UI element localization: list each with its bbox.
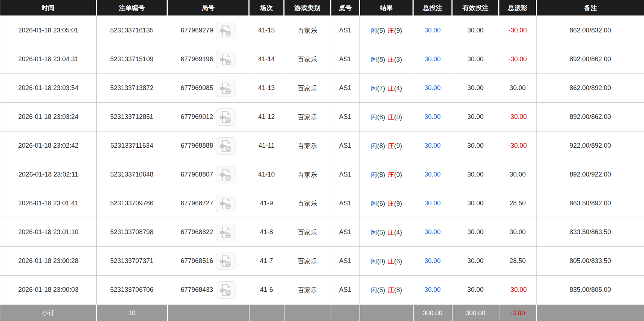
subtotal-empty-result bbox=[360, 304, 413, 321]
cell-table-no: AS1 bbox=[331, 218, 360, 247]
cell-game-no: 677969279 bbox=[167, 16, 249, 45]
video-replay-button[interactable] bbox=[216, 108, 235, 126]
game-no-value: 677968433 bbox=[181, 286, 213, 294]
table-row: 2026-01-18 23:01:10 523133708798 6779686… bbox=[0, 218, 644, 247]
video-replay-button[interactable] bbox=[216, 195, 235, 212]
result-player-label: 闲 bbox=[371, 27, 377, 34]
cell-result: 闲(5)庄(8) bbox=[360, 276, 413, 305]
result-player-points: (8) bbox=[377, 113, 385, 121]
video-replay-button[interactable] bbox=[216, 166, 235, 183]
subtotal-row: 小计 10 300.00 300.00 -3.00 bbox=[0, 304, 644, 321]
cell-total-bet: 30.00 bbox=[413, 218, 452, 247]
subtotal-empty-game-no bbox=[167, 304, 249, 321]
cell-table-no: AS1 bbox=[331, 74, 360, 103]
result-player-points: (8) bbox=[377, 171, 385, 178]
cell-game-no: 677969196 bbox=[167, 45, 249, 74]
cell-session: 41-9 bbox=[249, 189, 284, 218]
cell-result: 闲(8)庄(0) bbox=[360, 160, 413, 189]
result-banker-points: (0) bbox=[394, 171, 402, 178]
cell-valid-bet: 30.00 bbox=[452, 103, 499, 131]
cell-payout: -30.00 bbox=[499, 131, 537, 160]
video-replay-button[interactable] bbox=[216, 51, 235, 68]
cell-remark: 835.00/805.00 bbox=[537, 276, 644, 305]
result-banker-points: (0) bbox=[394, 113, 402, 121]
result-player-points: (8) bbox=[377, 142, 385, 150]
cell-remark: 892.00/862.00 bbox=[537, 103, 644, 131]
video-replay-button[interactable] bbox=[216, 137, 235, 155]
cell-bet-no: 523133710648 bbox=[97, 160, 167, 189]
video-replay-button[interactable] bbox=[216, 281, 235, 299]
video-file-icon bbox=[219, 24, 232, 37]
game-no-value: 677968622 bbox=[181, 228, 213, 236]
cell-bet-no: 523133712851 bbox=[97, 103, 167, 131]
cell-result: 闲(5)庄(4) bbox=[360, 218, 413, 247]
cell-session: 41-11 bbox=[249, 131, 284, 160]
video-replay-button[interactable] bbox=[216, 80, 235, 97]
result-player-label: 闲 bbox=[371, 171, 377, 178]
result-player-points: (5) bbox=[377, 229, 385, 236]
cell-game-type: 百家乐 bbox=[284, 74, 331, 103]
cell-result: 闲(7)庄(4) bbox=[360, 74, 413, 103]
result-banker-label: 庄 bbox=[388, 113, 394, 121]
video-file-icon bbox=[219, 197, 232, 210]
cell-total-bet: 30.00 bbox=[413, 276, 452, 305]
video-replay-button[interactable] bbox=[216, 224, 235, 241]
cell-remark: 892.00/862.00 bbox=[537, 45, 644, 74]
cell-table-no: AS1 bbox=[331, 45, 360, 74]
cell-result: 闲(8)庄(0) bbox=[360, 103, 413, 131]
table-row: 2026-01-18 23:00:28 523133707371 6779685… bbox=[0, 247, 644, 276]
cell-session: 41-13 bbox=[249, 74, 284, 103]
result-banker-label: 庄 bbox=[388, 286, 394, 294]
result-banker-label: 庄 bbox=[388, 200, 394, 207]
result-player-label: 闲 bbox=[371, 56, 377, 63]
column-header-session: 场次 bbox=[249, 0, 284, 16]
video-replay-button[interactable] bbox=[216, 253, 235, 270]
result-banker-label: 庄 bbox=[388, 258, 394, 265]
cell-session: 41-8 bbox=[249, 218, 284, 247]
cell-total-bet: 30.00 bbox=[413, 103, 452, 131]
result-banker-points: (6) bbox=[394, 258, 402, 265]
subtotal-empty-table-no bbox=[331, 304, 360, 321]
video-file-icon bbox=[219, 139, 232, 152]
cell-game-type: 百家乐 bbox=[284, 218, 331, 247]
cell-payout: -30.00 bbox=[499, 103, 537, 131]
cell-valid-bet: 30.00 bbox=[452, 218, 499, 247]
column-header-table-no: 桌号 bbox=[331, 0, 360, 16]
cell-payout: 30.00 bbox=[499, 160, 537, 189]
cell-game-no: 677968888 bbox=[167, 131, 249, 160]
cell-time: 2026-01-18 23:01:41 bbox=[0, 189, 97, 218]
video-replay-button[interactable] bbox=[216, 22, 235, 39]
cell-total-bet: 30.00 bbox=[413, 189, 452, 218]
result-banker-points: (9) bbox=[394, 27, 402, 34]
result-player-label: 闲 bbox=[371, 229, 377, 236]
column-header-total-bet: 总投注 bbox=[413, 0, 452, 16]
table-row: 2026-01-18 23:03:54 523133713872 6779690… bbox=[0, 74, 644, 103]
game-no-value: 677969012 bbox=[181, 113, 213, 121]
table-row: 2026-01-18 23:00:03 523133706706 6779684… bbox=[0, 276, 644, 305]
cell-valid-bet: 30.00 bbox=[452, 16, 499, 45]
cell-table-no: AS1 bbox=[331, 189, 360, 218]
cell-total-bet: 30.00 bbox=[413, 16, 452, 45]
cell-game-no: 677969012 bbox=[167, 103, 249, 131]
cell-valid-bet: 30.00 bbox=[452, 189, 499, 218]
result-banker-points: (4) bbox=[394, 85, 402, 92]
result-banker-points: (9) bbox=[394, 200, 402, 207]
cell-table-no: AS1 bbox=[331, 103, 360, 131]
cell-remark: 892.00/922.00 bbox=[537, 160, 644, 189]
cell-table-no: AS1 bbox=[331, 131, 360, 160]
column-header-time: 时间 bbox=[0, 0, 97, 16]
column-header-result: 结果 bbox=[360, 0, 413, 16]
cell-bet-no: 523133716135 bbox=[97, 16, 167, 45]
table-row: 2026-01-18 23:01:41 523133709786 6779687… bbox=[0, 189, 644, 218]
cell-game-type: 百家乐 bbox=[284, 160, 331, 189]
result-banker-label: 庄 bbox=[388, 171, 394, 178]
cell-remark: 863.50/892.00 bbox=[537, 189, 644, 218]
game-no-value: 677969279 bbox=[181, 27, 213, 34]
cell-total-bet: 30.00 bbox=[413, 131, 452, 160]
cell-bet-no: 523133707371 bbox=[97, 247, 167, 276]
table-row: 2026-01-18 23:02:42 523133711634 6779688… bbox=[0, 131, 644, 160]
cell-total-bet: 30.00 bbox=[413, 45, 452, 74]
result-player-points: (0) bbox=[377, 258, 385, 265]
cell-time: 2026-01-18 23:00:03 bbox=[0, 276, 97, 305]
video-file-icon bbox=[219, 82, 232, 95]
